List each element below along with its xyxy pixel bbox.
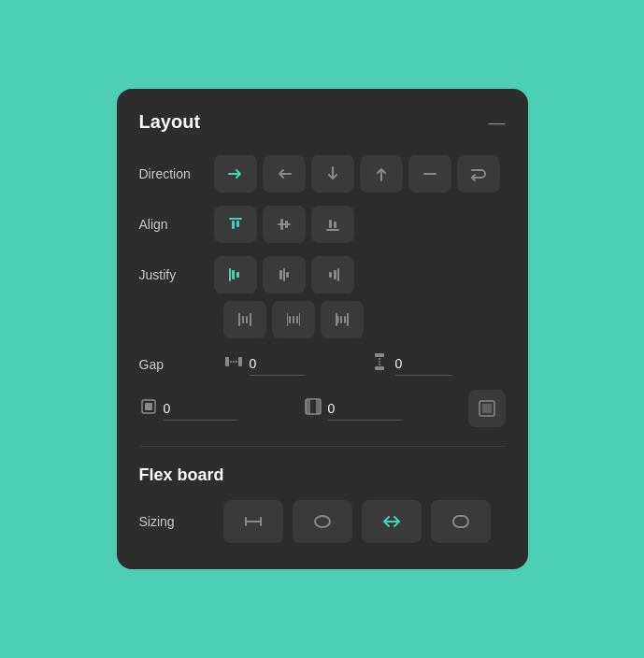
direction-label: Direction (139, 166, 214, 181)
svg-rect-6 (326, 229, 339, 231)
svg-rect-8 (334, 222, 336, 228)
align-label: Align (139, 217, 214, 232)
justify-btn-group-1 (214, 256, 354, 293)
svg-rect-26 (299, 313, 300, 326)
section-divider (139, 446, 506, 447)
sizing-fill-button[interactable] (362, 500, 422, 543)
justify-space-evenly-button[interactable] (321, 301, 364, 338)
svg-rect-15 (337, 268, 339, 281)
gap-row-input[interactable]: 0 (395, 352, 451, 376)
svg-rect-12 (283, 268, 285, 281)
justify-end-button[interactable] (311, 256, 354, 293)
justify-start-button[interactable] (214, 256, 257, 293)
svg-rect-31 (336, 316, 338, 323)
svg-rect-44 (453, 516, 468, 527)
dir-right-button[interactable] (214, 155, 257, 193)
svg-rect-21 (246, 316, 248, 323)
svg-rect-23 (293, 316, 294, 323)
sizing-hug-button[interactable] (293, 500, 352, 543)
minimize-button[interactable]: — (489, 114, 506, 131)
svg-rect-30 (344, 316, 346, 323)
dir-up-button[interactable] (360, 155, 403, 193)
svg-rect-22 (289, 316, 291, 323)
svg-rect-3 (278, 223, 291, 225)
svg-rect-25 (287, 313, 288, 326)
align-btn-group (214, 206, 354, 243)
svg-rect-24 (296, 316, 298, 323)
svg-rect-17 (329, 272, 332, 278)
justify-row-2 (223, 301, 506, 338)
svg-rect-1 (232, 221, 235, 229)
svg-rect-35 (375, 366, 384, 370)
justify-space-around-button[interactable] (272, 301, 315, 338)
svg-rect-9 (229, 268, 231, 281)
align-middle-button[interactable] (263, 206, 306, 243)
padding-input-2[interactable]: 0 (328, 397, 403, 421)
svg-rect-16 (334, 270, 336, 279)
svg-rect-28 (347, 313, 349, 326)
gap-col-group: 0 (223, 351, 360, 377)
svg-point-43 (315, 516, 330, 527)
sizing-fixed-button[interactable] (223, 500, 283, 543)
svg-rect-39 (306, 399, 310, 414)
padding-row: 0 0 (139, 390, 506, 427)
panel-title: Layout (139, 111, 201, 133)
gap-row-icon (369, 351, 390, 377)
dir-none-button[interactable] (408, 155, 451, 193)
svg-rect-40 (316, 399, 321, 414)
svg-rect-18 (238, 313, 240, 326)
svg-rect-33 (238, 357, 242, 366)
svg-rect-2 (236, 221, 239, 227)
gap-row: Gap 0 0 (139, 351, 506, 377)
layout-panel: Layout — Direction (117, 89, 528, 569)
svg-rect-14 (286, 272, 289, 278)
svg-rect-11 (236, 272, 239, 278)
panel-header: Layout — (139, 111, 506, 133)
svg-rect-10 (232, 270, 235, 279)
justify-space-between-button[interactable] (223, 301, 266, 338)
svg-rect-34 (375, 353, 384, 357)
svg-rect-29 (340, 316, 342, 323)
svg-rect-32 (225, 357, 229, 366)
svg-rect-13 (279, 270, 282, 279)
gap-row-group: 0 (369, 351, 506, 377)
align-row: Align (139, 206, 506, 243)
padding-group-2: 0 (304, 397, 459, 421)
svg-rect-19 (250, 313, 251, 326)
gap-col-input[interactable]: 0 (250, 352, 306, 376)
sizing-row: Sizing (139, 500, 506, 543)
svg-rect-20 (242, 316, 244, 323)
direction-row: Direction (139, 155, 506, 193)
justify-label: Justify (139, 267, 214, 282)
padding-group-1: 0 (139, 397, 294, 421)
justify-row: Justify (139, 256, 506, 293)
svg-rect-0 (229, 218, 242, 220)
justify-btn-group-2 (223, 301, 364, 338)
padding-input-1[interactable]: 0 (164, 397, 238, 421)
gap-col-icon (223, 351, 244, 377)
dir-down-button[interactable] (311, 155, 354, 193)
padding-icon-2 (304, 397, 322, 420)
align-top-button[interactable] (214, 206, 257, 243)
flex-board-title: Flex board (139, 465, 506, 485)
padding-link-button[interactable] (468, 390, 506, 427)
sizing-auto-button[interactable] (431, 500, 491, 543)
dir-left-button[interactable] (263, 155, 306, 193)
sizing-label: Sizing (139, 514, 214, 529)
svg-rect-4 (280, 219, 283, 230)
svg-rect-7 (329, 220, 332, 228)
direction-btn-group (214, 155, 500, 193)
svg-rect-42 (482, 404, 492, 413)
justify-center-button[interactable] (263, 256, 306, 293)
svg-rect-37 (145, 403, 152, 410)
padding-icon-1 (139, 397, 158, 420)
gap-label: Gap (139, 357, 214, 372)
dir-wrap-button[interactable] (457, 155, 500, 193)
align-bottom-button[interactable] (311, 206, 354, 243)
svg-rect-5 (285, 221, 288, 228)
